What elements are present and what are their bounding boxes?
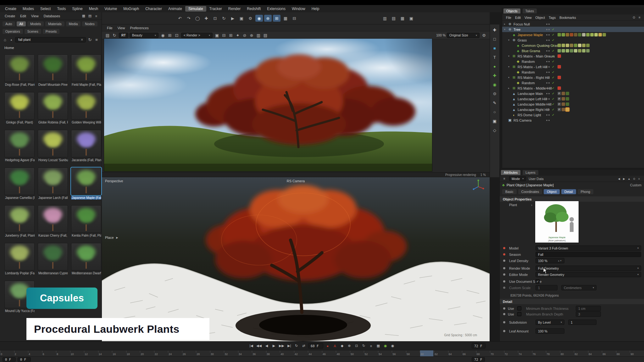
object-row[interactable]: ♣ Japanese Maple ✓ bbox=[502, 32, 644, 37]
object-tag-icon[interactable] bbox=[558, 49, 561, 52]
render-picture-viewer-icon[interactable]: ▣ bbox=[238, 15, 245, 22]
zoom-value[interactable]: 100 % bbox=[436, 33, 446, 37]
browser-burger-icon[interactable]: ≡ bbox=[94, 36, 99, 43]
pla-key-icon[interactable]: ▦ bbox=[375, 343, 381, 349]
visibility-dots[interactable] bbox=[546, 45, 550, 46]
plant-thumbnail[interactable]: Japanese Maple (Fall, ... bbox=[71, 167, 101, 200]
range-end-field[interactable]: 72 F bbox=[472, 343, 486, 348]
timeline-tick[interactable]: 70 bbox=[490, 350, 504, 356]
render-mode-dropdown[interactable]: Beauty bbox=[130, 33, 158, 38]
ipr-refresh-icon[interactable]: ↻ bbox=[111, 32, 118, 39]
plant-thumbnail[interactable]: Japanese Larch (Fall, ... bbox=[38, 167, 68, 200]
timeline-tick[interactable]: 48 bbox=[336, 350, 350, 356]
timeline-tick[interactable]: 74 bbox=[518, 350, 532, 356]
editor-mode-dropdown[interactable]: Render Geometry bbox=[536, 272, 641, 277]
measure-icon[interactable]: ○ bbox=[491, 108, 498, 115]
timeline-tick[interactable]: 44 bbox=[308, 350, 322, 356]
bucket-render-icon[interactable]: ⊞ bbox=[167, 32, 173, 39]
range-start-field-2[interactable]: 0 F bbox=[18, 357, 31, 362]
timeline-tick[interactable]: 18 bbox=[126, 350, 140, 356]
object-tag-icon[interactable]: F bbox=[558, 102, 561, 106]
plant-thumbnail[interactable]: Field Maple (Fall, Plant) bbox=[71, 54, 101, 86]
object-row[interactable]: ▾ ⊕ Tree ✓ bbox=[502, 27, 644, 32]
viewport-menu-item[interactable]: File bbox=[104, 26, 115, 30]
layout-columns-icon[interactable]: ▥ bbox=[381, 15, 389, 22]
goto-end-button[interactable]: ▶| bbox=[286, 343, 292, 349]
asset-browser-menu-item[interactable]: Edit bbox=[18, 14, 28, 18]
camera-label[interactable]: RS Camera bbox=[287, 179, 305, 183]
place-tool-label[interactable]: Place➤ bbox=[105, 236, 118, 239]
interactive-render-icon[interactable]: ◉ bbox=[255, 15, 263, 22]
expand-arrow-icon[interactable]: ▾ bbox=[508, 55, 512, 58]
interface-icon[interactable]: ▣ bbox=[408, 15, 415, 22]
visibility-dots[interactable] bbox=[546, 40, 550, 41]
render-mode-dropdown-attr[interactable]: Full Geometry bbox=[536, 266, 641, 271]
timeline-tick[interactable]: 22 bbox=[154, 350, 168, 356]
attributes-tab[interactable]: Layers bbox=[523, 170, 538, 175]
plant-thumbnail[interactable]: Globe Robinia (Fall, Pl... bbox=[38, 92, 68, 124]
object-tag-icon[interactable] bbox=[578, 44, 581, 47]
annotate-icon[interactable]: ◇ bbox=[491, 127, 498, 134]
object-tag-icon[interactable] bbox=[582, 49, 586, 52]
enabled-check-icon[interactable]: ✓ bbox=[552, 65, 554, 69]
render-view-icon[interactable]: ▶ bbox=[229, 15, 236, 22]
object-row[interactable]: ◐ RS Dome Light ✓ bbox=[502, 112, 644, 118]
timeline-tick[interactable]: 10 bbox=[70, 350, 84, 356]
grid-icon[interactable]: ⊞ bbox=[273, 15, 280, 22]
scale-tool-icon[interactable]: ⊡ bbox=[211, 15, 219, 22]
visibility-dots[interactable] bbox=[546, 104, 550, 105]
rotate-tool-icon[interactable]: ↻ bbox=[220, 15, 228, 22]
max-branch-field[interactable]: 3 bbox=[576, 311, 601, 317]
attributes-tab[interactable]: Attributes bbox=[501, 170, 520, 175]
history-back-icon[interactable]: ◀ bbox=[617, 175, 621, 182]
menu-item[interactable]: Spline bbox=[69, 6, 86, 12]
object-row[interactable]: ♣ Blue Grama ✓ bbox=[502, 48, 644, 53]
object-row[interactable]: ▲ Landscape Main ✓ F bbox=[502, 91, 644, 96]
object-tag-icon[interactable] bbox=[574, 44, 577, 47]
menu-item[interactable]: Character bbox=[142, 6, 165, 12]
visibility-dots[interactable] bbox=[546, 93, 550, 94]
timeline-tick[interactable]: 20 bbox=[140, 350, 154, 356]
parent-icon[interactable]: ▲ bbox=[627, 175, 631, 182]
current-frame-field[interactable]: 60 F bbox=[308, 343, 323, 348]
enabled-check-icon[interactable]: ✓ bbox=[552, 76, 554, 79]
timeline-tick[interactable]: 8 bbox=[56, 350, 70, 356]
menu-item[interactable]: Tracker bbox=[206, 6, 225, 12]
asset-filter-tab[interactable]: Nodes bbox=[82, 21, 97, 26]
timeline-tick[interactable]: 80 bbox=[560, 350, 574, 356]
mograph-sphere-icon[interactable]: ● bbox=[491, 63, 498, 70]
attribute-section-tab[interactable]: Object bbox=[544, 189, 559, 194]
viewport-menu-item[interactable]: View bbox=[115, 26, 128, 30]
timeline-tick[interactable]: 54 bbox=[378, 350, 392, 356]
viewport-menu-item[interactable]: Preferences bbox=[127, 26, 151, 30]
timeline-tick[interactable]: 84 bbox=[588, 350, 602, 356]
text-tool-icon[interactable]: T bbox=[491, 54, 498, 61]
object-tag-icon[interactable] bbox=[566, 108, 569, 111]
gear-icon[interactable]: ⚙ bbox=[491, 90, 498, 97]
timeline-tick[interactable]: 34 bbox=[238, 350, 252, 356]
menu-item[interactable]: Extensions bbox=[264, 6, 289, 12]
object-tag-icon[interactable] bbox=[582, 33, 586, 36]
subdivision-value-field[interactable]: 1 bbox=[568, 320, 597, 325]
prev-key-button[interactable]: ◀◀ bbox=[255, 343, 263, 349]
object-tag-icon[interactable] bbox=[570, 44, 573, 47]
object-manager-tab[interactable]: Takes bbox=[523, 8, 537, 14]
timeline-tick[interactable]: 2 bbox=[14, 350, 28, 356]
enabled-check-icon[interactable]: ✓ bbox=[552, 97, 554, 101]
enabled-check-icon[interactable]: ✓ bbox=[552, 86, 554, 90]
play-button[interactable]: ▶ bbox=[271, 343, 277, 349]
object-row[interactable]: ▣ RS Camera ✓ bbox=[502, 118, 644, 123]
expand-arrow-icon[interactable]: ▸ bbox=[504, 23, 508, 25]
thumbnail-view-icon[interactable]: ▦ bbox=[81, 13, 86, 19]
object-tag-icon[interactable]: F bbox=[558, 97, 561, 101]
timeline-tick[interactable]: 42 bbox=[294, 350, 308, 356]
expand-arrow-icon[interactable]: ▾ bbox=[508, 76, 512, 79]
link-icon[interactable]: ⊕ bbox=[248, 32, 255, 39]
layout-grid-icon[interactable]: ▦ bbox=[399, 15, 406, 22]
pv-icon[interactable]: ▥ bbox=[255, 32, 262, 39]
object-row[interactable]: ▾ ⊞ RS Matrix - Left Hill ✓ bbox=[502, 64, 644, 69]
object-tag-icon[interactable] bbox=[562, 102, 565, 106]
object-tag-icon[interactable] bbox=[574, 49, 577, 52]
visibility-dots[interactable] bbox=[546, 34, 550, 36]
expand-arrow-icon[interactable]: ▾ bbox=[508, 39, 512, 41]
